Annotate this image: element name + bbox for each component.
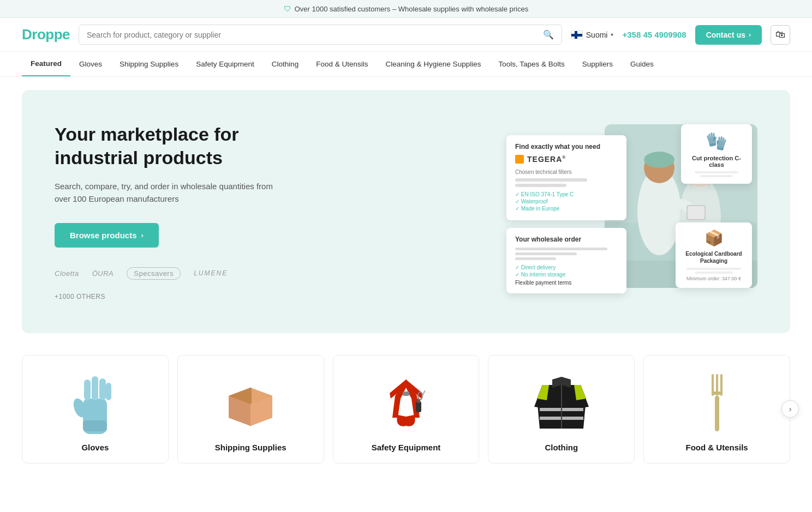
navigation: Featured Gloves Shipping Supplies Safety… [0, 52, 812, 77]
chevron-right-icon: › [789, 405, 792, 413]
ws-bar-3 [515, 257, 556, 260]
category-card-gloves[interactable]: Gloves [22, 355, 169, 463]
category-card-shipping[interactable]: Shipping Supplies [177, 355, 324, 463]
svg-rect-9 [688, 206, 704, 219]
box-card-label: Ecological Cardboard Packaging [682, 250, 745, 264]
nav-item-shipping[interactable]: Shipping Supplies [111, 52, 187, 76]
hero-right: Find exactly what you need TEGERA® Chose… [506, 124, 757, 299]
gloves-label: Gloves [81, 443, 109, 452]
glove-emoji-icon: 🧤 [688, 131, 745, 152]
categories-section: Gloves Shipping Suppl [0, 333, 812, 474]
box-emoji-icon: 📦 [682, 229, 745, 247]
arrow-icon: › [749, 31, 751, 39]
search-icon[interactable]: 🔍 [543, 29, 554, 40]
contact-button[interactable]: Contact us › [695, 25, 762, 45]
category-card-food-utensils[interactable]: Food & Utensils [643, 355, 790, 463]
shipping-label: Shipping Supplies [215, 443, 286, 452]
brand-others: +1000 OTHERS [55, 293, 105, 300]
food-utensils-image [684, 369, 750, 434]
food-utensils-label: Food & Utensils [686, 443, 748, 452]
tegera-card: Find exactly what you need TEGERA® Chose… [506, 135, 626, 220]
nav-item-clothing[interactable]: Clothing [263, 52, 308, 76]
cart-icon[interactable]: 🛍 [771, 25, 790, 45]
clothing-label: Clothing [545, 443, 578, 452]
check-europe: ✓ Made in Europe [515, 206, 618, 212]
shipping-image [218, 369, 283, 434]
box-bar-1 [686, 268, 741, 270]
nav-item-safety[interactable]: Safety Equipment [187, 52, 263, 76]
categories-scroll-right[interactable]: › [781, 400, 799, 418]
tegera-logo: TEGERA® [515, 155, 618, 164]
glove-price-bars [688, 171, 745, 177]
nav-item-guides[interactable]: Guides [622, 52, 662, 76]
brand-cloetta: Cloetta [55, 269, 79, 278]
hero-left: Your marketplace for industrial products… [55, 123, 284, 300]
box-bar-2 [695, 272, 733, 274]
language-selector[interactable]: Suomi ▾ [571, 31, 614, 39]
svg-rect-16 [99, 378, 106, 400]
wholesale-bars [515, 248, 618, 260]
brand-lumene: LUMENE [194, 269, 228, 277]
svg-rect-25 [403, 391, 409, 396]
nav-item-gloves[interactable]: Gloves [70, 52, 111, 76]
check-waterproof: ✓ Waterproof [515, 198, 618, 204]
ws-payment: Flexible payment terms [515, 280, 618, 286]
hero-subtitle: Search, compare, try, and order in whole… [55, 180, 284, 206]
svg-line-29 [422, 390, 425, 396]
ws-bar-2 [515, 252, 577, 255]
glove-product-card: 🧤 Cut protection C-class [681, 124, 752, 184]
contact-button-label: Contact us [706, 31, 745, 39]
nav-item-tools[interactable]: Tools, Tapes & Bolts [489, 52, 573, 76]
categories-row: Gloves Shipping Suppl [22, 355, 790, 463]
ws-bar-1 [515, 248, 607, 250]
safety-image [373, 369, 439, 434]
svg-rect-31 [715, 396, 719, 431]
search-bar: 🔍 [79, 25, 562, 45]
browse-arrow-icon: › [141, 231, 144, 239]
browse-products-button[interactable]: Browse products › [55, 223, 159, 248]
category-card-safety[interactable]: Safety Equipment [333, 355, 480, 463]
chevron-down-icon: ▾ [611, 32, 613, 38]
tegera-brand-name: TEGERA® [527, 155, 566, 164]
box-min-order: Minimum order: 347.00 € [682, 276, 745, 281]
clothing-image [529, 369, 594, 434]
header: Droppe 🔍 Suomi ▾ +358 45 4909908 Contact… [0, 18, 812, 52]
top-banner: 🛡 Over 1000 satisfied customers – Wholes… [0, 0, 812, 18]
tegera-square-icon [515, 155, 524, 164]
hero-title: Your marketplace for industrial products [55, 123, 284, 169]
glove-bar-1 [695, 171, 738, 173]
brands-list: Cloetta ÖURA Specsavers LUMENE +1000 OTH… [55, 267, 284, 300]
filter-bar-2 [515, 184, 566, 187]
safety-label: Safety Equipment [372, 443, 441, 452]
logo[interactable]: Droppe [22, 26, 70, 43]
svg-rect-35 [712, 391, 723, 395]
check-iso: ✓ EN ISO 374-1 Type C [515, 191, 618, 197]
nav-item-cleaning[interactable]: Cleaning & Hygiene Supplies [377, 52, 490, 76]
svg-rect-18 [83, 420, 107, 431]
glove-card-label: Cut protection C-class [688, 155, 745, 168]
svg-rect-14 [84, 380, 91, 400]
nav-item-food[interactable]: Food & Utensils [307, 52, 377, 76]
brand-specsavers: Specsavers [127, 267, 181, 280]
shield-icon: 🛡 [284, 4, 291, 13]
filter-bar-1 [515, 178, 587, 182]
glove-bar-2 [700, 175, 733, 177]
svg-point-4 [644, 152, 674, 168]
phone-number[interactable]: +358 45 4909908 [622, 30, 686, 39]
search-input[interactable] [87, 31, 539, 39]
finland-flag-icon [571, 31, 583, 39]
language-label: Suomi [586, 31, 608, 39]
nav-item-suppliers[interactable]: Suppliers [574, 52, 622, 76]
filter-label: Chosen technical filters [515, 169, 618, 175]
banner-text: Over 1000 satisfied customers – Wholesal… [295, 5, 528, 13]
header-right: Suomi ▾ +358 45 4909908 Contact us › 🛍 [571, 25, 790, 45]
nav-item-featured[interactable]: Featured [22, 52, 70, 76]
box-price-bars [682, 268, 745, 274]
filter-bars [515, 178, 618, 187]
wholesale-card: Your wholesale order ✓ Direct delivery ✓… [506, 228, 626, 293]
ws-check-storage: ✓ No interim storage [515, 272, 618, 278]
wholesale-card-title: Your wholesale order [515, 236, 618, 243]
tegera-card-title: Find exactly what you need [515, 143, 618, 150]
ws-check-delivery: ✓ Direct delivery [515, 264, 618, 270]
category-card-clothing[interactable]: Clothing [488, 355, 635, 463]
